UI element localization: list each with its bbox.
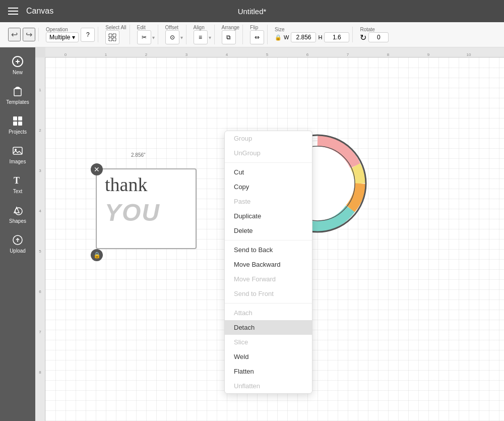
align-group: Align ≡ ▾ [191,25,215,44]
menu-item-flatten[interactable]: Flatten [225,364,312,379]
sidebar-item-upload[interactable]: Upload [3,230,33,258]
sidebar-item-text[interactable]: T Text [3,170,33,198]
menu-item-detach[interactable]: Detach [225,320,312,335]
svg-rect-10 [13,122,17,126]
menu-item-send-to-back[interactable]: Send to Back [225,243,312,257]
undo-redo-group: ↩ ↪ [5,28,39,41]
sidebar-item-projects[interactable]: Projects [3,111,33,139]
svg-rect-9 [18,116,22,121]
toolbar: ↩ ↪ Operation Multiple ▾ ? Select All [0,22,504,47]
menu-item-delete[interactable]: Delete [225,223,312,238]
arrange-button[interactable]: ⧉ [222,30,236,44]
undo-button[interactable]: ↩ [8,28,21,41]
ruler-tick: 7 [328,52,368,57]
menu-item-weld[interactable]: Weld [225,349,312,364]
width-label: W [284,34,289,40]
you-text: YOU [97,201,196,225]
svg-text:T: T [14,175,20,186]
ruler-tick: 3 [35,168,45,209]
sidebar-item-new[interactable]: New [3,51,33,79]
sidebar-item-shapes-label: Shapes [9,218,26,224]
height-input[interactable] [324,32,349,42]
menu-item-move-backward[interactable]: Move Backward [225,257,312,272]
arrange-group: Arrange ⧉ [219,25,243,44]
sidebar-item-new-label: New [13,70,23,75]
select-all-button[interactable] [105,30,119,44]
menu-item-slice[interactable]: Slice [225,335,312,349]
main-layout: New Templates Projects Images T Text Sha… [0,47,504,421]
ruler-tick: 4 [35,209,45,249]
size-label: Size [275,27,284,32]
ruler-tick: 6 [35,289,45,330]
operation-help-button[interactable]: ? [81,28,95,42]
width-input[interactable] [291,32,316,42]
ruler-tick: 3 [166,52,207,57]
ruler-corner [35,47,45,57]
edit-button[interactable]: ✂ [137,30,151,44]
svg-rect-8 [13,116,17,121]
offset-button[interactable]: ⊙ [165,30,179,44]
menu-item-ungroup[interactable]: UnGroup [225,146,312,160]
menu-divider-2 [225,240,312,240]
menu-item-send-to-front[interactable]: Send to Front [225,286,312,301]
menu-item-copy[interactable]: Copy [225,179,312,194]
menu-item-unflatten[interactable]: Unflatten [225,379,312,393]
ruler-vertical: 1 2 3 4 5 6 7 8 [35,57,45,421]
menu-item-cut[interactable]: Cut [225,165,312,179]
sidebar-item-shapes[interactable]: Shapes [3,200,33,228]
offset-label: Offset [165,25,179,30]
ruler-tick: 0 [45,52,86,57]
sidebar-item-upload-label: Upload [10,248,26,254]
sidebar-item-templates[interactable]: Templates [3,81,33,109]
hamburger-menu[interactable] [8,8,18,15]
ruler-tick: 4 [207,52,247,57]
rotate-icon: ↻ [360,33,366,42]
ruler-horizontal: 0 1 2 3 4 5 6 7 8 9 10 [45,47,504,57]
close-button[interactable]: ✕ [91,163,103,175]
ruler-tick: 5 [247,52,287,57]
ruler-tick: 7 [35,330,45,370]
sidebar-item-projects-label: Projects [9,129,27,135]
grid-canvas[interactable]: 2.856" ✕ thank YOU 🔒 [45,57,504,421]
operation-dropdown[interactable]: Multiple ▾ [46,32,79,42]
ruler-tick: 8 [35,370,45,410]
menu-item-group[interactable]: Group [225,131,312,146]
flip-button[interactable]: ⇔ [250,30,264,44]
canvas-area[interactable]: 0 1 2 3 4 5 6 7 8 9 10 1 2 3 4 5 6 [35,47,504,421]
redo-button[interactable]: ↪ [23,28,35,41]
ruler-tick: 9 [408,52,449,57]
svg-rect-1 [113,34,116,37]
arrange-label: Arrange [222,25,240,30]
sidebar-item-images[interactable]: Images [3,141,33,168]
width-label: 2.856" [131,152,146,158]
menu-item-move-forward[interactable]: Move Forward [225,272,312,286]
menu-item-attach[interactable]: Attach [225,306,312,320]
ruler-tick: 1 [86,52,126,57]
edit-label: Edit [137,25,146,30]
sidebar-item-text-label: Text [13,189,22,194]
align-button[interactable]: ≡ [194,30,208,44]
menu-divider-3 [225,303,312,304]
height-label: H [318,34,322,40]
ruler-tick: 2 [35,128,45,168]
lock-icon: 🔒 [275,34,282,41]
thank-you-text: thank [97,169,196,201]
sidebar: New Templates Projects Images T Text Sha… [0,47,35,421]
thank-you-card[interactable]: thank YOU [96,168,197,249]
sidebar-item-images-label: Images [10,159,26,164]
rotate-input[interactable] [368,32,389,42]
rotate-group: Rotate ↻ [357,27,392,42]
context-menu: Group UnGroup Cut Copy Paste Duplicate D… [224,131,312,394]
select-all-label: Select All [105,25,126,30]
ruler-tick: 8 [368,52,408,57]
edit-group: Edit ✂ ▾ [134,25,158,44]
top-bar: Canvas Untitled* [0,0,504,22]
lock-button[interactable]: 🔒 [91,249,103,261]
svg-rect-7 [14,89,21,96]
menu-item-paste[interactable]: Paste [225,194,312,209]
ruler-tick: 5 [35,249,45,289]
app-name: Canvas [26,7,53,16]
svg-rect-3 [113,38,116,41]
operation-label: Operation [46,27,68,32]
menu-item-duplicate[interactable]: Duplicate [225,209,312,223]
